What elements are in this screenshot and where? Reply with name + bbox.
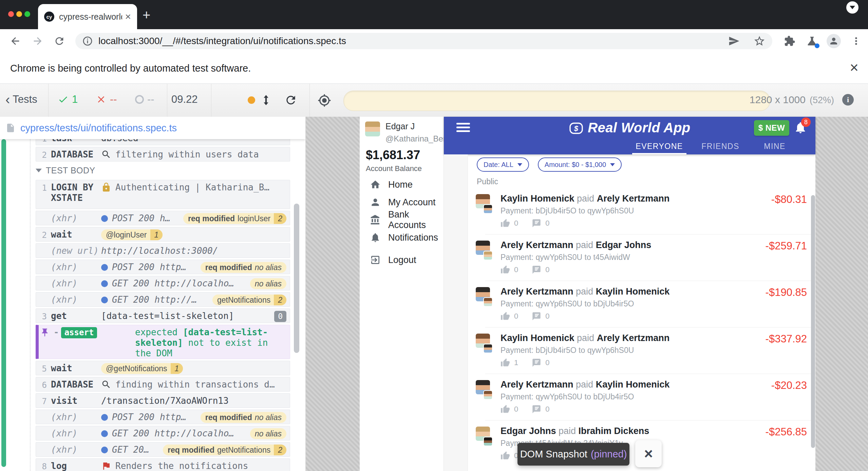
command-row[interactable]: 3get[data-test=list-skeleton]0 [36,308,290,323]
pending-circle-icon [135,95,144,104]
transaction-title: Edgar Johns paid Ibrahim Dickens [501,426,649,436]
sidebar-item-label: Notifications [388,232,438,243]
divider [485,234,811,234]
restart-tests-icon[interactable] [284,94,297,107]
command-row[interactable]: (xhr)GET 200 http://…getNotifications2 [36,292,290,307]
command-row[interactable]: (xhr)GET 200 http://localho…no alias [36,426,290,440]
sidebar-item-home[interactable]: Home [360,176,444,193]
maximize-window-button[interactable] [24,11,30,17]
tab-everyone[interactable]: EVERYONE [629,142,690,151]
like-thumb-icon[interactable] [501,358,510,368]
command-row[interactable]: 1LOGIN BY XSTATEAuthenticating | Kathari… [36,180,290,209]
cypress-extension-flask-icon[interactable] [806,35,818,48]
comment-icon[interactable] [532,312,541,321]
receiver-name: Arely Kertzmann [597,193,670,204]
sidebar-item-notifications[interactable]: Notifications [360,229,444,246]
list-scrollbar-thumb[interactable] [811,195,815,448]
sidebar-item-bank-accounts[interactable]: Bank Accounts [360,211,444,229]
browser-tab[interactable]: cy cypress-realworld-app × [38,4,137,29]
command-row[interactable]: 8logRenders the notifications [36,458,290,471]
command-row[interactable]: (xhr)GET 200 http://localho…no alias [36,276,290,290]
page-info-icon[interactable] [82,36,93,46]
command-message: POST 200 http…req modifiedno alias [101,262,286,273]
browser-update-icon[interactable] [846,1,858,14]
command-row[interactable]: (xhr)GET 20…req modifiedgetNotifications… [36,442,290,457]
tab-close-icon[interactable]: × [125,11,131,22]
selector-playground-icon[interactable] [318,94,331,107]
spec-path-link[interactable]: cypress/tests/ui/notifications.spec.ts [20,123,177,134]
reload-icon[interactable] [54,35,65,47]
comment-icon[interactable] [532,358,541,368]
pending-stat[interactable]: -- [135,93,154,106]
command-row[interactable]: 6DATABASEfinding within transactions d… [36,377,290,392]
command-row[interactable]: 2DATABASEfiltering within users data [36,147,290,162]
reporter-scrollbar-thumb[interactable] [294,204,299,353]
sidebar-item-my-account[interactable]: My Account [360,193,444,211]
transaction-item[interactable]: Kaylin Homenick paid Arely KertzmannPaym… [472,330,811,377]
like-thumb-icon[interactable] [501,404,510,414]
forward-icon[interactable] [32,35,43,47]
comment-count: 0 [545,312,549,321]
passed-stat[interactable]: 1 [58,93,78,106]
test-body-section[interactable]: TEST BODY [36,165,290,176]
close-window-button[interactable] [8,11,14,17]
amount-filter-chip[interactable]: Amount: $0 - $1,000 [538,157,622,172]
back-to-tests-link[interactable]: ‹ Tests [5,93,37,106]
xhr-dot-icon [101,430,108,437]
tab-mine[interactable]: MINE [751,142,798,151]
command-row[interactable]: 2wait@loginUser1 [36,227,290,242]
url-text[interactable]: localhost:3000/__/#/tests/integration/ui… [98,36,728,46]
comment-icon[interactable] [532,219,541,228]
address-bar[interactable]: localhost:3000/__/#/tests/integration/ui… [75,33,772,49]
command-number: 8 [36,461,47,471]
tab-title: cypress-realworld-app [59,12,122,22]
tab-friends[interactable]: FRIENDS [693,142,748,151]
date-filter-chip[interactable]: Date: ALL [477,157,529,172]
command-row-assert[interactable]: -assertexpected [data-test=list-skeleton… [36,325,290,359]
alias-count-badge: 2 [274,445,286,455]
command-row[interactable]: (new url)http://localhost:3000/ [36,243,290,258]
browser-menu-kebab-icon[interactable] [850,35,862,47]
comment-icon[interactable] [532,265,541,275]
sidebar-item-logout[interactable]: Logout [360,251,444,269]
like-thumb-icon[interactable] [501,219,510,228]
command-message: /transaction/7XaoAWOrn13 [101,396,286,406]
command-row[interactable]: (xhr)POST 200 http…req modifiedno alias [36,260,290,274]
bookmark-star-icon[interactable] [753,35,766,47]
transaction-item[interactable]: Arely Kertzmann paid Edgar JohnsPayment:… [472,237,811,284]
minimize-window-button[interactable] [16,11,22,17]
extensions-puzzle-icon[interactable] [784,35,795,47]
back-icon[interactable] [10,35,21,47]
command-name: -assert [54,327,135,338]
transaction-item[interactable]: Arely Kertzmann paid Kaylin HomenickPaym… [472,284,811,330]
comment-count: 0 [545,265,549,274]
transaction-amount: -$256.85 [766,426,807,438]
snapshot-unpin-button[interactable]: × [635,440,662,467]
banner-close-icon[interactable]: × [850,59,858,76]
transaction-avatars [476,334,499,357]
send-icon[interactable] [728,35,740,47]
command-name: (xhr) [51,278,101,289]
comment-icon[interactable] [532,404,541,414]
like-thumb-icon[interactable] [501,451,510,460]
divider [485,374,811,374]
failed-stat[interactable]: -- [96,93,117,106]
cypress-favicon-icon: cy [44,12,54,22]
transaction-item[interactable]: Kaylin Homenick paid Arely KertzmannPaym… [472,191,811,237]
transaction-title: Kaylin Homenick paid Arely Kertzmann [501,193,669,204]
sidebar-item-label: My Account [388,197,436,208]
new-tab-button[interactable]: + [143,10,150,20]
new-transaction-button[interactable]: $ NEW [754,120,789,136]
command-name: (xhr) [51,428,101,439]
command-row[interactable]: (xhr)POST 200 http…req modifiedno alias [36,410,290,424]
command-row[interactable]: (xhr)POST 200 h…req modifiedloginUser2 [36,211,290,225]
command-row[interactable]: 7visit/transaction/7XaoAWOrn13 [36,393,290,408]
transaction-item[interactable]: Arely Kertzmann paid Kaylin HomenickPaym… [472,377,811,423]
auto-scroll-toggle-icon[interactable] [260,94,272,106]
viewport-info-icon[interactable]: i [842,94,854,106]
command-row[interactable]: 5wait@getNotifications1 [36,361,290,375]
like-thumb-icon[interactable] [501,265,510,275]
like-thumb-icon[interactable] [501,312,510,321]
runner-url-bar[interactable] [343,91,770,111]
browser-profile-avatar[interactable] [827,34,841,48]
